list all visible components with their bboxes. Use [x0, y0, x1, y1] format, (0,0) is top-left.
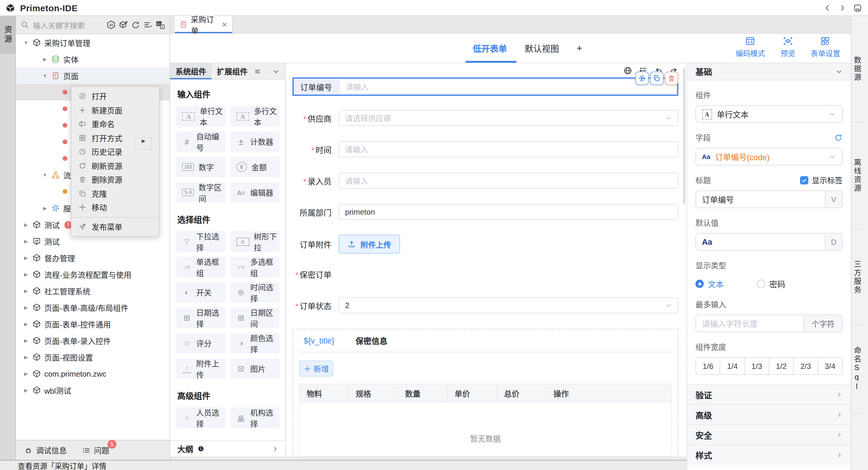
debug-info-button[interactable]: 调试信息: [24, 445, 67, 456]
palette-item-switch[interactable]: ◐开关: [176, 282, 225, 303]
palette-item-date-range[interactable]: ⊞日期区间: [230, 307, 279, 328]
expand-icon[interactable]: ▶: [23, 354, 29, 360]
palette-item-attachment-upload[interactable]: ↑附件上传: [176, 358, 225, 379]
palette-item-person-picker[interactable]: ○人员选择: [176, 407, 225, 428]
outline-toggle[interactable]: 大纲: [170, 440, 285, 457]
canvas-scrollbar[interactable]: [683, 68, 685, 204]
palette-collapse-icon[interactable]: [272, 68, 279, 75]
subform-container[interactable]: ${v_title} 保密信息 ＋新增 物料 规格 数量 单价 总价 操作 暂无…: [292, 329, 678, 457]
add-row-button[interactable]: ＋新增: [299, 361, 333, 377]
menu-item-clone[interactable]: 克隆: [71, 186, 159, 200]
palette-item-number-range[interactable]: 1~3数字区间: [176, 182, 225, 203]
palette-tab-system[interactable]: 系统组件: [170, 63, 212, 79]
form-field-supplier[interactable]: *供应商 请选择供应商: [292, 110, 678, 126]
time-input[interactable]: 请输入: [339, 141, 678, 157]
palette-item-amount[interactable]: ¥金额: [230, 157, 279, 177]
expand-icon[interactable]: ▶: [23, 272, 29, 277]
menu-item-publish-menu[interactable]: 发布菜单: [71, 219, 159, 234]
palette-item-color-picker[interactable]: ◑颜色选择: [230, 333, 279, 354]
form-settings-button[interactable]: 表单设置: [811, 36, 840, 59]
preview-button[interactable]: 预览: [780, 36, 795, 59]
field-settings-button[interactable]: [635, 71, 649, 85]
width-option[interactable]: 1/6: [696, 358, 720, 374]
rail-tab-offline-resources[interactable]: 离线资源: [851, 122, 863, 229]
palette-item-multi-text[interactable]: A多行文本: [230, 106, 279, 126]
back-icon[interactable]: [824, 4, 831, 12]
forward-icon[interactable]: [838, 4, 846, 12]
close-tab-icon[interactable]: ✕: [222, 20, 227, 29]
expand-icon[interactable]: ▶: [23, 288, 29, 294]
menu-item-refresh-resource[interactable]: 刷新资源: [71, 159, 159, 173]
field-refresh-icon[interactable]: [834, 133, 843, 142]
palette-item-rating[interactable]: ☆评分: [176, 333, 225, 354]
palette-item-editor[interactable]: A≡编辑器: [230, 182, 279, 203]
inspector-section-advanced[interactable]: 高级: [687, 404, 851, 424]
new-resource-icon[interactable]: [119, 20, 128, 30]
i18n-globe-icon[interactable]: [623, 66, 632, 75]
width-option[interactable]: 1/3: [745, 358, 769, 374]
expand-icon[interactable]: ▶: [42, 56, 48, 62]
palette-item-checkbox-group[interactable]: ✓≡多选框组: [230, 257, 279, 277]
field-delete-button[interactable]: [665, 71, 678, 85]
view-tab-lowcode-form[interactable]: 低开表单: [473, 42, 507, 54]
menu-item-delete-resource[interactable]: 删除资源: [71, 173, 159, 186]
expand-icon[interactable]: ▶: [23, 387, 29, 393]
palette-item-counter[interactable]: ±计数器: [230, 131, 279, 152]
radio-text[interactable]: 文本: [695, 278, 724, 290]
refresh-icon[interactable]: [131, 20, 140, 29]
rail-tab-datasource[interactable]: 数据源: [851, 16, 863, 122]
supplier-select[interactable]: 请选择供应商: [339, 110, 678, 126]
rail-tab-third-party-services[interactable]: 三方服务: [851, 229, 863, 325]
inspector-section-security[interactable]: 安全: [687, 424, 851, 445]
expand-icon[interactable]: ▶: [23, 222, 29, 227]
tree-item[interactable]: ▶流程-业务流程配置与使用: [16, 266, 169, 283]
translate-icon[interactable]: En文: [155, 20, 165, 30]
tree-item[interactable]: ▶页面-视图设置: [16, 349, 169, 365]
search-input[interactable]: 输入关键字搜索: [33, 19, 103, 30]
field-binding-select[interactable]: Aa 订单编号(code): [695, 148, 843, 166]
field-copy-button[interactable]: [650, 71, 663, 85]
tree-item[interactable]: ▶社工管理系统: [16, 283, 169, 299]
add-view-button[interactable]: +: [577, 43, 582, 54]
recorder-input[interactable]: 请输入: [339, 173, 678, 188]
order-code-input[interactable]: 请输入: [339, 79, 677, 94]
tree-item[interactable]: ▶com.primeton.zwc: [16, 365, 169, 382]
show-label-checkbox[interactable]: 显示标签: [800, 174, 843, 186]
inspector-section-style[interactable]: 样式: [687, 445, 851, 465]
form-field-order-status[interactable]: *订单状态 2: [292, 297, 678, 313]
tree-item[interactable]: ▶页面-表单-高级/布局组件: [16, 299, 169, 316]
tree-item[interactable]: ▼页面: [16, 67, 169, 84]
palette-tab-extended[interactable]: 扩展组件: [212, 63, 253, 79]
form-field-order-code-selected[interactable]: 订单编号 请输入: [292, 78, 678, 96]
form-field-confidential[interactable]: *保密订单: [292, 266, 678, 282]
sort-list-icon[interactable]: [143, 20, 152, 30]
component-type-select[interactable]: A 单行文本: [695, 105, 843, 123]
title-variable-button[interactable]: V: [825, 191, 842, 207]
problems-button[interactable]: 问题 5: [82, 445, 109, 456]
inspector-section-validation[interactable]: 验证: [687, 384, 851, 404]
order-status-select[interactable]: 2: [339, 297, 678, 313]
inspector-section-basic[interactable]: 基础: [687, 63, 851, 80]
max-length-input[interactable]: 请输入字符长度: [696, 315, 804, 332]
expand-icon[interactable]: ▶: [23, 321, 29, 327]
subform-tab-confidential-info[interactable]: 保密信息: [356, 334, 388, 347]
rail-tab-named-sql[interactable]: 命名Sql: [851, 325, 863, 414]
view-tab-default-view[interactable]: 默认视图: [525, 42, 559, 54]
width-option[interactable]: 1/4: [720, 358, 745, 374]
palette-item-number[interactable]: 123数字: [176, 157, 225, 177]
palette-list-icon[interactable]: [254, 68, 261, 75]
collapse-icon[interactable]: ▼: [23, 40, 29, 45]
save-layout-icon[interactable]: [853, 4, 862, 12]
palette-item-date-picker[interactable]: ⊞日期选择: [176, 307, 225, 328]
form-field-time[interactable]: *时间 请输入: [292, 141, 678, 157]
default-value-input[interactable]: Aa: [696, 234, 825, 250]
form-canvas[interactable]: 订单编号 请输入 *供应商 请选择供应商 *时间 请输入 *录入员 请输入 所属…: [286, 63, 687, 457]
attachment-upload-button[interactable]: 附件上传: [339, 235, 400, 254]
tree-item[interactable]: ▶页面-表单-控件通用: [16, 316, 169, 332]
expand-icon[interactable]: ▶: [23, 305, 29, 310]
expand-icon[interactable]: ▶: [23, 255, 29, 260]
subform-tab-vtitle[interactable]: ${v_title}: [304, 336, 335, 345]
expand-icon[interactable]: ▶: [23, 371, 29, 376]
form-field-recorder[interactable]: *录入员 请输入: [292, 173, 678, 188]
palette-item-single-text[interactable]: A单行文本: [176, 106, 225, 126]
